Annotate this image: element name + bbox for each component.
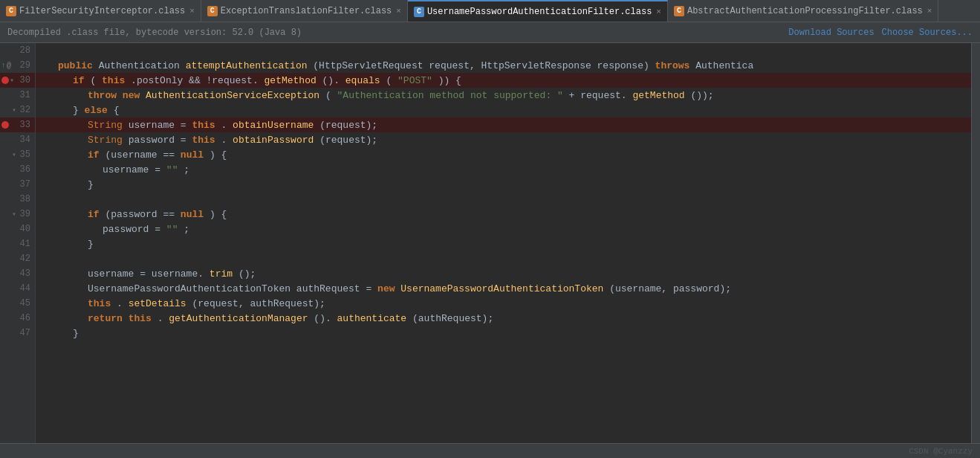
watermark-text: CSDN @Cyanzzy: [909, 447, 973, 456]
tab-exception-translation[interactable]: C ExceptionTranslationFilter.class ×: [201, 0, 408, 22]
tab-username-password[interactable]: C UsernamePasswordAuthenticationFilter.c…: [408, 0, 668, 22]
gutter-line-32: ▾ 32: [0, 103, 35, 117]
code-line-42: [36, 251, 971, 266]
code-line-43: username = username. trim ();: [36, 266, 971, 281]
gutter-line-34: 34: [0, 132, 35, 147]
gutter-line-47: 47: [0, 326, 35, 341]
tab-abstract-auth[interactable]: C AbstractAuthenticationProcessingFilter…: [668, 0, 938, 22]
code-line-29: public Authentication attemptAuthenticat…: [36, 58, 971, 73]
arrow-icon-29: ↑: [1, 62, 6, 70]
tab-close-1[interactable]: ×: [189, 7, 195, 16]
tab-filter-security[interactable]: C FilterSecurityInterceptor.class ×: [0, 0, 201, 22]
tab-label-1: FilterSecurityInterceptor.class: [19, 6, 185, 16]
tab-close-4[interactable]: ×: [927, 7, 932, 16]
tab-icon-4: C: [674, 6, 684, 16]
gutter-line-38: 38: [0, 192, 35, 207]
gutter-line-35: ▾ 35: [0, 147, 35, 162]
gutter-line-36: 36: [0, 162, 35, 177]
code-line-35: if (username == null ) {: [36, 147, 971, 162]
tab-icon-2: C: [207, 6, 218, 16]
gutter-line-45: 45: [0, 296, 35, 311]
download-sources-link[interactable]: Download Sources: [788, 28, 874, 38]
at-icon-29: @: [7, 62, 11, 70]
tab-close-3[interactable]: ×: [656, 7, 661, 16]
code-line-47: }: [36, 326, 971, 341]
fold-icon-35[interactable]: ▾: [12, 150, 16, 159]
code-area: 28 ↑ @ 29 ▾ 30 31 ▾ 32: [0, 43, 980, 443]
decompiled-info: Decompiled .class file, bytecode version…: [7, 28, 302, 38]
tab-label-4: AbstractAuthenticationProcessingFilter.c…: [687, 6, 923, 16]
gutter-line-42: 42: [0, 251, 35, 266]
tab-label-2: ExceptionTranslationFilter.class: [221, 6, 392, 16]
code-line-37: }: [36, 177, 971, 192]
vertical-scrollbar[interactable]: [971, 43, 980, 443]
breakpoint-icon-33[interactable]: [1, 121, 9, 129]
tab-label-3: UsernamePasswordAuthenticationFilter.cla…: [427, 7, 652, 17]
gutter-line-33: 33: [0, 117, 35, 132]
info-bar-right: Download Sources Choose Sources...: [788, 28, 973, 38]
gutter-line-31: 31: [0, 88, 35, 103]
line-number-gutter: 28 ↑ @ 29 ▾ 30 31 ▾ 32: [0, 43, 36, 443]
gutter-line-39: ▾ 39: [0, 207, 35, 222]
code-line-40: password = "" ;: [36, 222, 971, 236]
code-content[interactable]: public Authentication attemptAuthenticat…: [36, 43, 971, 443]
breakpoint-icon-30[interactable]: [1, 77, 9, 84]
choose-sources-link[interactable]: Choose Sources...: [882, 28, 973, 38]
code-line-44: UsernamePasswordAuthenticationToken auth…: [36, 281, 971, 296]
gutter-line-46: 46: [0, 311, 35, 326]
gutter-line-43: 43: [0, 266, 35, 281]
code-line-45: this . setDetails (request, authRequest)…: [36, 296, 971, 311]
code-line-31: throw new AuthenticationServiceException…: [36, 88, 971, 103]
code-line-34: String password = this . obtainPassword …: [36, 132, 971, 147]
gutter-line-40: 40: [0, 222, 35, 236]
code-line-41: }: [36, 236, 971, 251]
tab-icon-1: C: [6, 6, 16, 16]
fold-icon-32[interactable]: ▾: [12, 106, 16, 115]
info-bar-left: Decompiled .class file, bytecode version…: [7, 28, 302, 38]
tab-bar: C FilterSecurityInterceptor.class × C Ex…: [0, 0, 980, 22]
tab-icon-3: C: [414, 7, 424, 17]
fold-icon-39[interactable]: ▾: [12, 210, 16, 219]
info-bar: Decompiled .class file, bytecode version…: [0, 22, 980, 43]
tab-close-2[interactable]: ×: [396, 7, 401, 16]
code-line-39: if (password == null ) {: [36, 207, 971, 222]
gutter-line-30: ▾ 30: [0, 73, 35, 88]
code-lines: public Authentication attemptAuthenticat…: [36, 43, 971, 341]
code-line-38: [36, 192, 971, 207]
code-line-28: [36, 43, 971, 58]
gutter-line-28: 28: [0, 43, 35, 58]
gutter-line-29: ↑ @ 29: [0, 58, 35, 73]
code-line-32: } else {: [36, 103, 971, 117]
code-line-36: username = "" ;: [36, 162, 971, 177]
gutter-line-41: 41: [0, 236, 35, 251]
code-line-46: return this . getAuthenticationManager (…: [36, 311, 971, 326]
fold-icon-30[interactable]: ▾: [10, 76, 14, 85]
gutter-line-37: 37: [0, 177, 35, 192]
code-line-33: String username = this . obtainUsername …: [36, 117, 971, 132]
code-line-30: if ( this .postOnly && !request. getMeth…: [36, 73, 971, 88]
gutter-line-44: 44: [0, 281, 35, 296]
status-bar: CSDN @Cyanzzy: [0, 443, 980, 458]
